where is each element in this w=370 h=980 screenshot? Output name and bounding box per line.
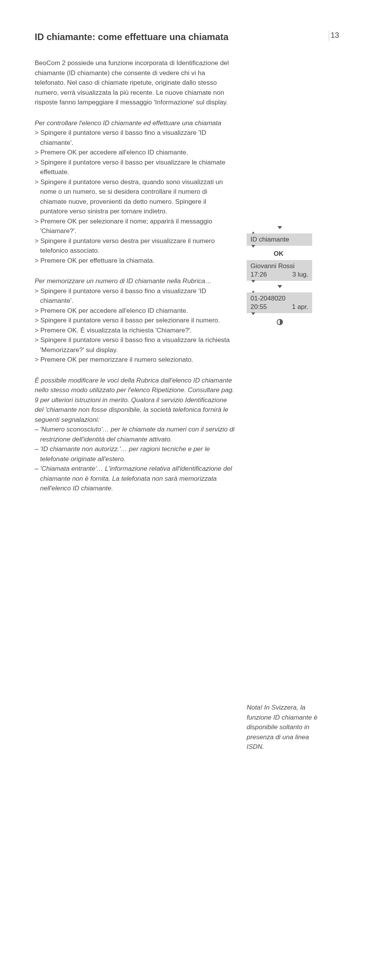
- step: > Spingere il puntatore verso il basso f…: [35, 335, 235, 355]
- page-body: BeoCom 2 possiede una funzione incorpora…: [35, 58, 339, 752]
- display-line: ID chiamante: [251, 236, 308, 243]
- step: > Spingere il puntatore verso il basso p…: [35, 158, 235, 177]
- bullet: – 'Numero sconosciuto'… per le chiamate …: [35, 425, 235, 444]
- display-name: Giovanni Rossi: [251, 262, 308, 270]
- step: > Premere OK per memorizzare il numero s…: [35, 355, 235, 365]
- display-date: 3 lug.: [292, 271, 308, 279]
- bullet: – 'ID chiamante non autorizz.'… per ragi…: [35, 444, 235, 464]
- step: > Premere OK per selezionare il nome; ap…: [35, 216, 235, 236]
- step: > Premere OK per accedere all'elenco ID …: [35, 148, 235, 158]
- chevron-down-icon: [278, 226, 282, 229]
- ok-label: OK: [274, 250, 284, 258]
- section3-intro: È possibile modificare le voci della Rub…: [35, 376, 235, 425]
- side-note: Nota! In Svizzera, la funzione ID chiama…: [247, 703, 320, 752]
- intro-paragraph: BeoCom 2 possiede una funzione incorpora…: [35, 58, 235, 107]
- step: > Premere OK per effettuare la chiamata.: [35, 256, 235, 266]
- step: > Spingere il puntatore verso destra, qu…: [35, 177, 235, 216]
- step: > Spingere il puntatore verso il basso f…: [35, 286, 235, 306]
- step: > Premere OK. È visualizzata la richiest…: [35, 326, 235, 336]
- display-box-id-chiamante: ID chiamante: [247, 233, 312, 246]
- chevron-down-icon: [278, 285, 282, 288]
- step: > Premere OK per accedere all'elenco ID …: [35, 306, 235, 316]
- display-box-number: 01-2048020 20:55 1 apr.: [247, 292, 312, 313]
- section1-title: Per controllare l'elenco ID chiamante ed…: [35, 118, 235, 128]
- bullet-list: – 'Numero sconosciuto'… per le chiamate …: [35, 425, 235, 493]
- display-box-contact: Giovanni Rossi 17:26 3 lug.: [247, 260, 312, 281]
- step: > Spingere il puntatore verso il basso f…: [35, 128, 235, 148]
- display-date: 1 apr.: [292, 303, 308, 311]
- display-time: 17:26: [251, 271, 267, 279]
- display-number: 01-2048020: [251, 295, 308, 302]
- section-footnotes: È possibile modificare le voci della Rub…: [35, 376, 235, 493]
- header-row: ID chiamante: come effettuare una chiama…: [35, 31, 339, 43]
- display-time: 20:55: [251, 303, 267, 311]
- main-column: BeoCom 2 possiede una funzione incorpora…: [35, 58, 235, 752]
- section-store-caller-id: Per memorizzare un numero di ID chiamant…: [35, 276, 235, 365]
- display-stack: ID chiamante OK Giovanni Rossi 17:26 3 l…: [247, 224, 320, 325]
- chevron-down-icon: [251, 312, 255, 315]
- dial-icon: [277, 319, 283, 325]
- step: > Spingere il puntatore verso il basso p…: [35, 315, 235, 326]
- step: > Spingere il puntatore verso destra per…: [35, 236, 235, 256]
- section-control-caller-id: Per controllare l'elenco ID chiamante ed…: [35, 118, 235, 266]
- section2-title: Per memorizzare un numero di ID chiamant…: [35, 276, 235, 286]
- page-number: 13: [329, 31, 339, 41]
- chevron-down-icon: [251, 245, 255, 248]
- chevron-down-icon: [251, 280, 255, 283]
- page-title: ID chiamante: come effettuare una chiama…: [35, 31, 229, 43]
- side-column: ID chiamante OK Giovanni Rossi 17:26 3 l…: [247, 58, 320, 752]
- bullet: – 'Chiamata entrante'… L'informazione re…: [35, 464, 235, 493]
